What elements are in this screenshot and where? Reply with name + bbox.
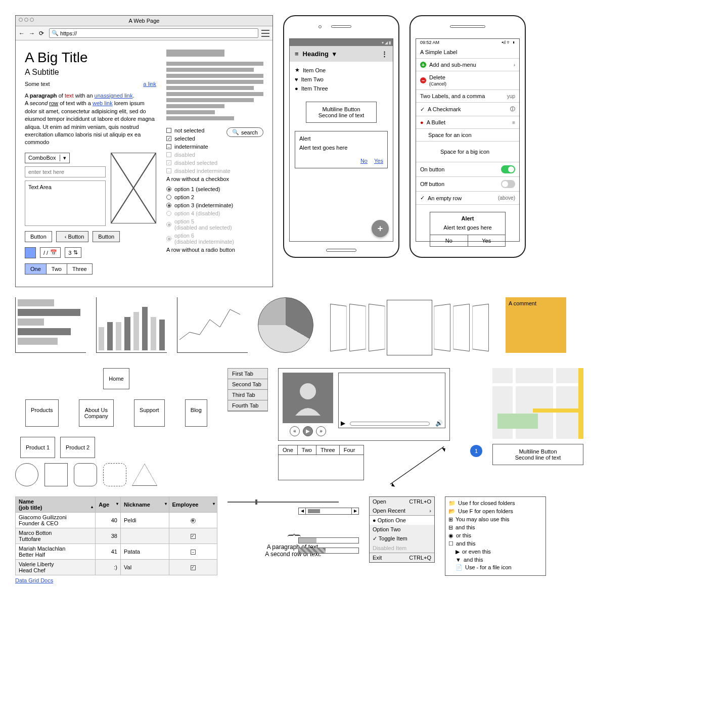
radio-icon[interactable]: [166, 195, 171, 200]
button-tag[interactable]: Button: [93, 231, 120, 242]
sort-icon[interactable]: ▾: [165, 502, 167, 506]
button-back[interactable]: ‹ Button: [56, 231, 89, 242]
list-item[interactable]: ●Item Three: [295, 85, 388, 92]
stab-4[interactable]: Four: [340, 445, 359, 455]
tree-item[interactable]: 📂Use F for open folders: [448, 508, 542, 515]
sitemap-support[interactable]: Support: [134, 399, 165, 427]
alert-no[interactable]: No: [360, 158, 368, 164]
toggle-off[interactable]: [501, 180, 515, 188]
radio-row[interactable]: option 4 (disabled): [166, 210, 263, 216]
color-swatch[interactable]: [25, 247, 36, 258]
menu-item[interactable]: ✓ Toggle Item: [370, 534, 434, 543]
toggle-on[interactable]: [501, 165, 515, 173]
col-header[interactable]: Employee▾: [169, 496, 217, 512]
forward-icon[interactable]: »: [316, 426, 326, 436]
col-header[interactable]: Age▾: [96, 496, 121, 512]
tab-two[interactable]: Two: [46, 263, 67, 275]
slider[interactable]: [228, 502, 339, 503]
resize-arrow-icon[interactable]: [390, 446, 444, 484]
vtab-1[interactable]: First Tab: [228, 369, 267, 379]
checkbox-icon[interactable]: [166, 160, 171, 165]
radio-row[interactable]: option 5(disabled and selected): [166, 218, 263, 231]
number-stepper[interactable]: 3 ⇅: [65, 247, 81, 258]
lines-icon[interactable]: ≡: [512, 120, 515, 125]
hamburger-icon[interactable]: ≡: [295, 50, 299, 58]
checkbox-row[interactable]: disabled: [166, 152, 263, 158]
sitemap-home[interactable]: Home: [103, 368, 129, 389]
radio-row[interactable]: option 6(disabled indeterminate): [166, 233, 263, 245]
top-link[interactable]: a link: [143, 81, 156, 87]
sitemap-blog[interactable]: Blog: [185, 399, 207, 427]
coverflow[interactable]: [324, 297, 495, 358]
ios-row-off[interactable]: Off button: [416, 177, 519, 192]
multiline-button[interactable]: Multiline Button Second line of text: [306, 102, 377, 123]
ios-row-add[interactable]: +Add and sub-menu›: [416, 59, 519, 71]
ios-row-empty[interactable]: ✓An empty row(above): [416, 192, 519, 205]
h-scrollbar[interactable]: ◀▶: [298, 508, 359, 515]
checkbox-row[interactable]: selected: [166, 135, 226, 142]
tree-item[interactable]: 📁Use f for closed folders: [448, 500, 542, 507]
tree-item[interactable]: 📄Use - for a file icon: [448, 564, 542, 571]
overflow-icon[interactable]: ⋮: [381, 50, 388, 58]
tree-item[interactable]: ◉or this: [448, 532, 542, 539]
sort-icon[interactable]: ▾: [213, 502, 215, 506]
tree-item[interactable]: ▶or even this: [448, 549, 542, 555]
play-icon[interactable]: ▶: [341, 420, 345, 427]
fab-add[interactable]: +: [372, 220, 389, 237]
ios-row-icon[interactable]: Space for an icon: [416, 129, 519, 142]
radio-icon[interactable]: [166, 203, 171, 208]
table-row[interactable]: Mariah MaclachlanBetter Half41Patata: [16, 543, 217, 559]
sitemap-product1[interactable]: Product 1: [20, 437, 55, 458]
alert-no[interactable]: No: [430, 235, 468, 246]
radio-row[interactable]: option 3 (indeterminate): [166, 202, 263, 208]
search-field[interactable]: 🔍search: [226, 127, 263, 137]
radio-row[interactable]: option 2: [166, 194, 263, 200]
list-item[interactable]: ★Item One: [295, 67, 388, 73]
sort-icon[interactable]: ▾: [116, 502, 118, 506]
ios-row-simple[interactable]: A Simple Label: [416, 46, 519, 59]
rewind-icon[interactable]: «: [290, 426, 300, 436]
volume-icon[interactable]: 🔊: [435, 420, 443, 427]
data-grid-docs-link[interactable]: Data Grid Docs: [15, 577, 53, 583]
combobox[interactable]: ComboBox ▾: [25, 153, 70, 163]
tree-item[interactable]: ⊟and this: [448, 524, 542, 531]
menu-item[interactable]: Open Recent›: [370, 506, 434, 515]
alert-yes[interactable]: Yes: [468, 235, 506, 246]
sort-icon[interactable]: ▴: [91, 505, 93, 509]
tab-three[interactable]: Three: [67, 263, 93, 275]
menu-item[interactable]: ExitCTRL+Q: [370, 553, 434, 562]
radio-icon[interactable]: [166, 211, 171, 216]
ios-row-check[interactable]: ✓A Checkmarkⓘ: [416, 103, 519, 116]
back-icon[interactable]: ←: [19, 30, 26, 37]
col-header[interactable]: Nickname▾: [121, 496, 169, 512]
forward-icon[interactable]: →: [29, 30, 36, 37]
tree-item[interactable]: ☐and this: [448, 540, 542, 547]
menu-item[interactable]: ● Option One: [370, 516, 434, 525]
tree-item[interactable]: ▼and this: [448, 557, 542, 563]
detail-disclosure-icon[interactable]: ⓘ: [510, 106, 515, 113]
textarea[interactable]: Text Area: [25, 180, 106, 226]
checkbox-row[interactable]: not selected: [166, 127, 226, 133]
checkbox-row[interactable]: disabled selected: [166, 160, 263, 166]
tree-item[interactable]: ⊞You may also use this: [448, 516, 542, 523]
tab-one[interactable]: One: [25, 263, 46, 275]
stab-1[interactable]: One: [279, 445, 298, 455]
stab-2[interactable]: Two: [298, 445, 316, 455]
vtab-2[interactable]: Second Tab: [228, 379, 267, 390]
multiline-button-2[interactable]: Multiline ButtonSecond line of text: [492, 444, 583, 465]
radio-row[interactable]: option 1 (selected): [166, 186, 263, 192]
checkbox-icon[interactable]: [166, 128, 171, 133]
table-row[interactable]: Giacomo GuilizzoniFounder & CEO40Peldi: [16, 512, 217, 528]
play-icon[interactable]: ▶: [303, 426, 313, 436]
ios-row-bigicon[interactable]: Space for a big icon: [416, 142, 519, 162]
video-progress[interactable]: [350, 422, 430, 426]
checkbox-row[interactable]: indeterminate: [166, 144, 263, 150]
col-header[interactable]: Name(job title)▴: [16, 496, 96, 512]
menu-item[interactable]: Option Two: [370, 525, 434, 534]
map-widget[interactable]: [492, 368, 583, 439]
table-row[interactable]: Valerie LibertyHead Chef:)Val: [16, 559, 217, 575]
checkbox-icon[interactable]: [166, 136, 171, 141]
vtab-3[interactable]: Third Tab: [228, 390, 267, 400]
radio-icon[interactable]: [166, 236, 171, 241]
hamburger-icon[interactable]: [261, 30, 269, 37]
